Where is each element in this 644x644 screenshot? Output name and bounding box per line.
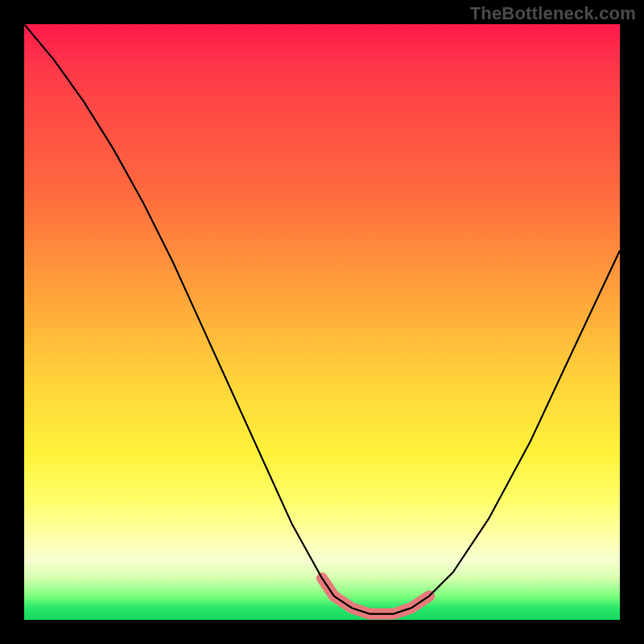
bottleneck-curve [24, 24, 620, 614]
plot-area [24, 24, 620, 620]
watermark-text: TheBottleneck.com [470, 3, 636, 24]
chart-container: TheBottleneck.com [0, 0, 644, 644]
curve-layer [24, 24, 620, 620]
optimal-range-highlight [322, 578, 429, 613]
